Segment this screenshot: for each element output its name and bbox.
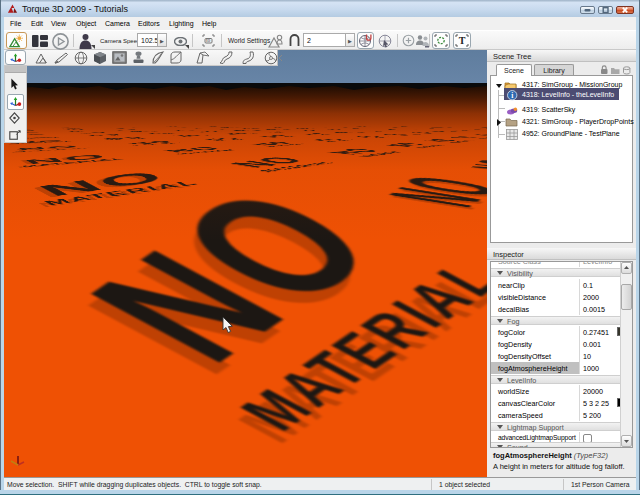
svg-text:T: T <box>459 35 466 46</box>
svg-text:to: to <box>206 38 210 43</box>
svg-text:i: i <box>511 91 513 100</box>
